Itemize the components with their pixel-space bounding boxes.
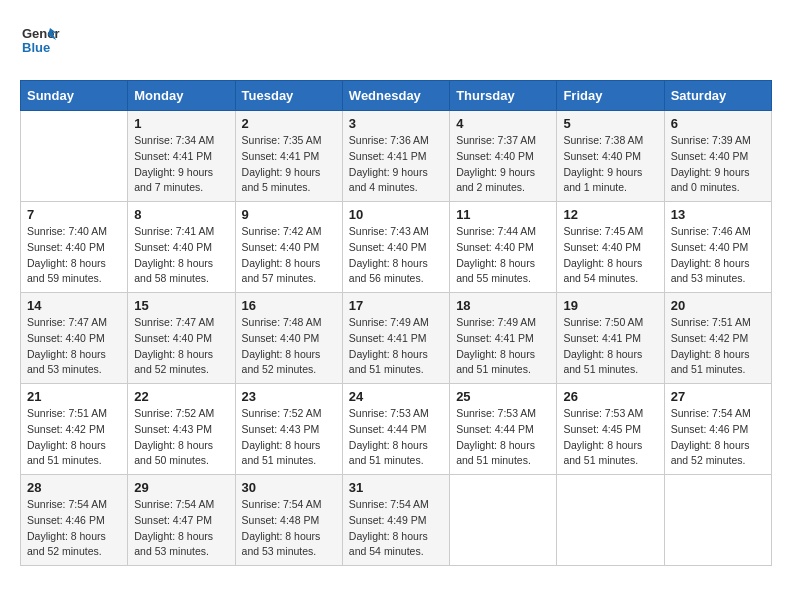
calendar-cell: 14Sunrise: 7:47 AM Sunset: 4:40 PM Dayli… [21,293,128,384]
day-number: 20 [671,298,765,313]
day-number: 23 [242,389,336,404]
calendar-cell [21,111,128,202]
calendar-cell: 17Sunrise: 7:49 AM Sunset: 4:41 PM Dayli… [342,293,449,384]
day-info: Sunrise: 7:54 AM Sunset: 4:46 PM Dayligh… [27,497,121,560]
calendar-cell: 11Sunrise: 7:44 AM Sunset: 4:40 PM Dayli… [450,202,557,293]
day-number: 21 [27,389,121,404]
day-number: 22 [134,389,228,404]
day-number: 28 [27,480,121,495]
day-number: 29 [134,480,228,495]
day-number: 11 [456,207,550,222]
calendar-cell: 25Sunrise: 7:53 AM Sunset: 4:44 PM Dayli… [450,384,557,475]
calendar-cell: 13Sunrise: 7:46 AM Sunset: 4:40 PM Dayli… [664,202,771,293]
day-info: Sunrise: 7:54 AM Sunset: 4:48 PM Dayligh… [242,497,336,560]
calendar-cell: 27Sunrise: 7:54 AM Sunset: 4:46 PM Dayli… [664,384,771,475]
day-info: Sunrise: 7:37 AM Sunset: 4:40 PM Dayligh… [456,133,550,196]
day-info: Sunrise: 7:51 AM Sunset: 4:42 PM Dayligh… [27,406,121,469]
header-day-thursday: Thursday [450,81,557,111]
header-day-monday: Monday [128,81,235,111]
calendar-cell: 18Sunrise: 7:49 AM Sunset: 4:41 PM Dayli… [450,293,557,384]
calendar-table: SundayMondayTuesdayWednesdayThursdayFrid… [20,80,772,566]
day-info: Sunrise: 7:41 AM Sunset: 4:40 PM Dayligh… [134,224,228,287]
week-row-1: 1Sunrise: 7:34 AM Sunset: 4:41 PM Daylig… [21,111,772,202]
day-info: Sunrise: 7:54 AM Sunset: 4:46 PM Dayligh… [671,406,765,469]
day-info: Sunrise: 7:38 AM Sunset: 4:40 PM Dayligh… [563,133,657,196]
day-info: Sunrise: 7:49 AM Sunset: 4:41 PM Dayligh… [456,315,550,378]
svg-text:Blue: Blue [22,40,50,55]
header-row: SundayMondayTuesdayWednesdayThursdayFrid… [21,81,772,111]
day-info: Sunrise: 7:51 AM Sunset: 4:42 PM Dayligh… [671,315,765,378]
day-number: 9 [242,207,336,222]
day-number: 27 [671,389,765,404]
day-number: 15 [134,298,228,313]
calendar-cell: 29Sunrise: 7:54 AM Sunset: 4:47 PM Dayli… [128,475,235,566]
day-number: 10 [349,207,443,222]
day-info: Sunrise: 7:46 AM Sunset: 4:40 PM Dayligh… [671,224,765,287]
day-number: 24 [349,389,443,404]
header-day-friday: Friday [557,81,664,111]
day-info: Sunrise: 7:36 AM Sunset: 4:41 PM Dayligh… [349,133,443,196]
day-info: Sunrise: 7:47 AM Sunset: 4:40 PM Dayligh… [27,315,121,378]
day-number: 4 [456,116,550,131]
day-number: 26 [563,389,657,404]
day-number: 5 [563,116,657,131]
day-number: 6 [671,116,765,131]
day-info: Sunrise: 7:42 AM Sunset: 4:40 PM Dayligh… [242,224,336,287]
day-number: 7 [27,207,121,222]
day-info: Sunrise: 7:34 AM Sunset: 4:41 PM Dayligh… [134,133,228,196]
day-number: 12 [563,207,657,222]
header-day-sunday: Sunday [21,81,128,111]
calendar-cell: 24Sunrise: 7:53 AM Sunset: 4:44 PM Dayli… [342,384,449,475]
day-info: Sunrise: 7:53 AM Sunset: 4:45 PM Dayligh… [563,406,657,469]
day-info: Sunrise: 7:45 AM Sunset: 4:40 PM Dayligh… [563,224,657,287]
calendar-cell: 21Sunrise: 7:51 AM Sunset: 4:42 PM Dayli… [21,384,128,475]
calendar-cell: 7Sunrise: 7:40 AM Sunset: 4:40 PM Daylig… [21,202,128,293]
week-row-2: 7Sunrise: 7:40 AM Sunset: 4:40 PM Daylig… [21,202,772,293]
week-row-5: 28Sunrise: 7:54 AM Sunset: 4:46 PM Dayli… [21,475,772,566]
day-number: 16 [242,298,336,313]
calendar-cell [450,475,557,566]
logo: General Blue [20,20,60,64]
calendar-cell: 20Sunrise: 7:51 AM Sunset: 4:42 PM Dayli… [664,293,771,384]
calendar-cell: 19Sunrise: 7:50 AM Sunset: 4:41 PM Dayli… [557,293,664,384]
calendar-cell: 31Sunrise: 7:54 AM Sunset: 4:49 PM Dayli… [342,475,449,566]
calendar-cell: 2Sunrise: 7:35 AM Sunset: 4:41 PM Daylig… [235,111,342,202]
calendar-cell [664,475,771,566]
calendar-cell: 6Sunrise: 7:39 AM Sunset: 4:40 PM Daylig… [664,111,771,202]
calendar-cell: 16Sunrise: 7:48 AM Sunset: 4:40 PM Dayli… [235,293,342,384]
day-info: Sunrise: 7:50 AM Sunset: 4:41 PM Dayligh… [563,315,657,378]
calendar-cell: 22Sunrise: 7:52 AM Sunset: 4:43 PM Dayli… [128,384,235,475]
calendar-cell: 23Sunrise: 7:52 AM Sunset: 4:43 PM Dayli… [235,384,342,475]
day-info: Sunrise: 7:44 AM Sunset: 4:40 PM Dayligh… [456,224,550,287]
logo-icon: General Blue [20,20,60,64]
day-info: Sunrise: 7:52 AM Sunset: 4:43 PM Dayligh… [134,406,228,469]
header-day-saturday: Saturday [664,81,771,111]
calendar-header: SundayMondayTuesdayWednesdayThursdayFrid… [21,81,772,111]
calendar-cell: 3Sunrise: 7:36 AM Sunset: 4:41 PM Daylig… [342,111,449,202]
header-day-tuesday: Tuesday [235,81,342,111]
day-number: 19 [563,298,657,313]
calendar-cell: 10Sunrise: 7:43 AM Sunset: 4:40 PM Dayli… [342,202,449,293]
day-number: 1 [134,116,228,131]
day-info: Sunrise: 7:53 AM Sunset: 4:44 PM Dayligh… [456,406,550,469]
calendar-cell: 5Sunrise: 7:38 AM Sunset: 4:40 PM Daylig… [557,111,664,202]
day-info: Sunrise: 7:48 AM Sunset: 4:40 PM Dayligh… [242,315,336,378]
day-info: Sunrise: 7:54 AM Sunset: 4:47 PM Dayligh… [134,497,228,560]
calendar-cell: 8Sunrise: 7:41 AM Sunset: 4:40 PM Daylig… [128,202,235,293]
day-number: 30 [242,480,336,495]
calendar-cell: 4Sunrise: 7:37 AM Sunset: 4:40 PM Daylig… [450,111,557,202]
day-number: 3 [349,116,443,131]
day-info: Sunrise: 7:47 AM Sunset: 4:40 PM Dayligh… [134,315,228,378]
day-info: Sunrise: 7:40 AM Sunset: 4:40 PM Dayligh… [27,224,121,287]
day-number: 8 [134,207,228,222]
header-day-wednesday: Wednesday [342,81,449,111]
day-number: 14 [27,298,121,313]
calendar-cell [557,475,664,566]
day-number: 13 [671,207,765,222]
header: General Blue [20,20,772,64]
calendar-cell: 12Sunrise: 7:45 AM Sunset: 4:40 PM Dayli… [557,202,664,293]
calendar-body: 1Sunrise: 7:34 AM Sunset: 4:41 PM Daylig… [21,111,772,566]
calendar-cell: 1Sunrise: 7:34 AM Sunset: 4:41 PM Daylig… [128,111,235,202]
day-info: Sunrise: 7:39 AM Sunset: 4:40 PM Dayligh… [671,133,765,196]
day-info: Sunrise: 7:52 AM Sunset: 4:43 PM Dayligh… [242,406,336,469]
